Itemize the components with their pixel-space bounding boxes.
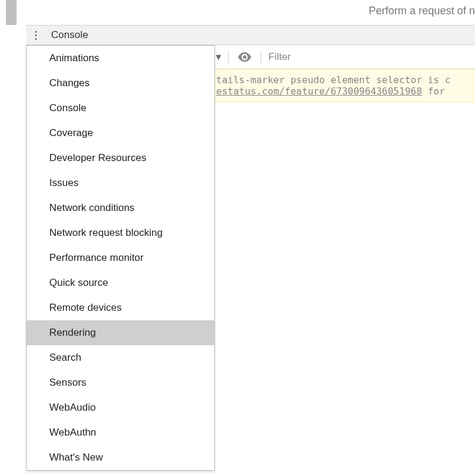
more-tools-menu: AnimationsChangesConsoleCoverageDevelope… — [26, 45, 215, 471]
menu-item-search[interactable]: Search — [27, 345, 214, 370]
warning-text-line1: tails-marker pseudo element selector is … — [216, 74, 451, 86]
warning-link[interactable]: estatus.com/feature/6730096436051968 — [216, 86, 422, 97]
tab-console[interactable]: Console — [42, 29, 97, 41]
menu-item-performance-monitor[interactable]: Performance monitor — [27, 245, 214, 270]
eye-icon[interactable] — [229, 52, 261, 62]
menu-item-webauthn[interactable]: WebAuthn — [27, 420, 214, 445]
menu-item-remote-devices[interactable]: Remote devices — [27, 295, 214, 320]
menu-item-changes[interactable]: Changes — [27, 71, 214, 96]
menu-item-what-s-new[interactable]: What's New — [27, 445, 214, 470]
funnel-icon[interactable]: ▾ — [214, 50, 229, 64]
menu-item-webaudio[interactable]: WebAudio — [27, 395, 214, 420]
menu-item-quick-source[interactable]: Quick source — [27, 270, 214, 295]
menu-item-issues[interactable]: Issues — [27, 171, 214, 196]
scroll-thumb[interactable] — [6, 0, 17, 25]
warning-text-line2-suffix: for — [422, 86, 451, 97]
menu-item-coverage[interactable]: Coverage — [27, 121, 214, 146]
menu-item-animations[interactable]: Animations — [27, 46, 214, 71]
menu-item-rendering[interactable]: Rendering — [27, 320, 214, 345]
menu-item-sensors[interactable]: Sensors — [27, 370, 214, 395]
menu-item-developer-resources[interactable]: Developer Resources — [27, 146, 214, 171]
menu-item-network-request-blocking[interactable]: Network request blocking — [27, 220, 214, 245]
filter-input[interactable] — [264, 49, 475, 65]
drawer-tab-bar: Console — [26, 25, 475, 45]
menu-item-console[interactable]: Console — [27, 96, 214, 121]
console-toolbar: ▾ — [214, 45, 475, 69]
upper-content-fragment: Perform a request of n — [369, 5, 475, 17]
svg-point-0 — [243, 55, 246, 59]
toolbar-divider — [261, 51, 261, 64]
menu-item-network-conditions[interactable]: Network conditions — [27, 196, 214, 220]
kebab-menu-icon[interactable] — [31, 27, 42, 43]
